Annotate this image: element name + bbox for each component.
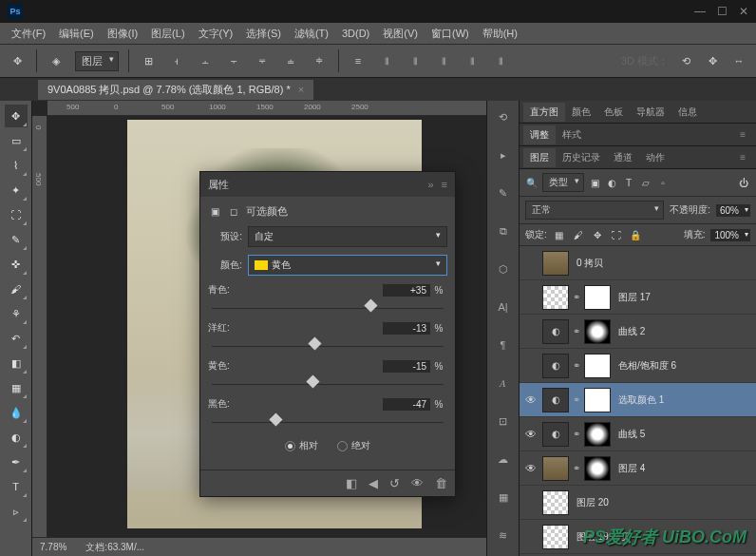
search-icon[interactable]: 🔍 (525, 176, 539, 189)
marquee-tool[interactable]: ▭ (5, 129, 28, 152)
layer-thumb[interactable]: ◐ (542, 319, 569, 344)
previous-icon[interactable]: ◀ (369, 476, 378, 490)
transform-controls-icon[interactable]: ⊞ (139, 51, 158, 70)
visibility-toggle[interactable]: 👁 (523, 393, 539, 407)
menu-file[interactable]: 文件(F) (6, 25, 51, 43)
history-panel-icon[interactable]: ⟲ (493, 106, 514, 127)
tab-navigator[interactable]: 导航器 (630, 103, 671, 122)
distribute-icon[interactable]: ⦀ (406, 51, 425, 70)
tab-history[interactable]: 历史记录 (556, 148, 607, 167)
brush-tool[interactable]: 🖌 (5, 278, 28, 300)
menu-image[interactable]: 图像(I) (102, 25, 143, 43)
tab-histogram[interactable]: 直方图 (523, 103, 565, 122)
layer-row[interactable]: 0 拷贝 (520, 246, 756, 280)
link-icon[interactable]: ⚭ (573, 463, 580, 473)
auto-select-dropdown[interactable]: 图层 (75, 51, 119, 71)
magic-wand-tool[interactable]: ✦ (5, 179, 28, 201)
layer-thumb[interactable] (584, 319, 611, 344)
document-tab[interactable]: 9V0A0885 拷贝.psd @ 7.78% (选取颜色 1, RGB/8) … (38, 80, 313, 100)
delete-icon[interactable]: 🗑 (435, 476, 447, 490)
properties-panel[interactable]: 属性 » ≡ ▣ ◻ 可选颜色 预设: 自定 颜色: 黄色 青色:+35%洋红:… (199, 171, 456, 497)
layer-name[interactable]: 选取颜色 1 (618, 393, 664, 407)
filter-smart-icon[interactable]: ▫ (656, 176, 670, 189)
link-icon[interactable]: ⚭ (573, 292, 580, 302)
crop-tool[interactable]: ⛶ (5, 203, 28, 226)
close-tab-icon[interactable]: × (298, 84, 304, 95)
layer-thumb[interactable]: ◐ (542, 388, 569, 412)
zoom-level[interactable]: 7.78% (40, 542, 66, 552)
blur-tool[interactable]: 💧 (5, 401, 28, 424)
collapse-icon[interactable]: » (427, 179, 433, 190)
tab-styles[interactable]: 样式 (556, 125, 588, 144)
align-center-h-icon[interactable]: ⫠ (196, 51, 215, 70)
layer-row[interactable]: ◐⚭色相/饱和度 6 (520, 349, 756, 383)
layer-row[interactable]: 👁◐⚭曲线 5 (520, 417, 756, 451)
filter-image-icon[interactable]: ▣ (588, 176, 601, 189)
tab-adjustments[interactable]: 调整 (523, 125, 556, 144)
link-icon[interactable]: ⚭ (573, 326, 580, 336)
tab-layers[interactable]: 图层 (523, 148, 556, 167)
close-button[interactable]: ✕ (739, 5, 748, 18)
opacity-input[interactable]: 60% (716, 204, 750, 217)
path-select-tool[interactable]: ▹ (5, 500, 28, 523)
distribute-icon[interactable]: ⦀ (491, 51, 510, 70)
slider-thumb[interactable] (364, 298, 377, 312)
menu-view[interactable]: 视图(V) (377, 25, 424, 43)
filter-shape-icon[interactable]: ▱ (639, 176, 652, 189)
layer-thumb[interactable] (584, 388, 611, 412)
tab-color[interactable]: 颜色 (565, 103, 597, 122)
menu-3d[interactable]: 3D(D) (336, 26, 375, 41)
tab-swatches[interactable]: 色板 (597, 103, 630, 122)
panel-menu-icon[interactable]: ≡ (733, 126, 752, 143)
layer-thumb[interactable]: ◐ (542, 354, 569, 378)
type-tool[interactable]: T (5, 475, 28, 498)
slider-thumb[interactable] (309, 336, 322, 350)
layer-thumb[interactable]: ◐ (542, 422, 569, 447)
tab-actions[interactable]: 动作 (639, 148, 671, 167)
link-icon[interactable]: ⚭ (573, 394, 580, 405)
distribute-icon[interactable]: ⦀ (434, 51, 453, 70)
properties-header[interactable]: 属性 » ≡ (200, 172, 455, 197)
slider-track[interactable] (212, 414, 444, 430)
visibility-toggle[interactable]: 👁 (523, 462, 539, 475)
lock-position-icon[interactable]: ✥ (591, 228, 604, 241)
ruler-vertical[interactable]: 0 500 (32, 116, 47, 556)
fill-input[interactable]: 100% (710, 229, 750, 241)
dodge-tool[interactable]: ◐ (5, 426, 28, 449)
layer-row[interactable]: ◐⚭曲线 2 (520, 315, 756, 349)
clone-panel-icon[interactable]: ⧉ (493, 220, 514, 241)
align-bottom-icon[interactable]: ⫩ (310, 51, 329, 70)
move-tool[interactable]: ✥ (5, 105, 28, 127)
filter-type-icon[interactable]: T (622, 176, 635, 189)
layer-name[interactable]: 曲线 2 (618, 325, 645, 338)
layer-row[interactable]: 图层 20 (520, 486, 756, 520)
gradient-tool[interactable]: ▦ (5, 376, 28, 399)
slider-value[interactable]: +35 (383, 284, 430, 297)
auto-select-icon[interactable]: ◈ (47, 51, 66, 70)
navigator-panel-icon[interactable]: ⊡ (493, 411, 514, 431)
align-top-icon[interactable]: ⫧ (253, 51, 272, 70)
reset-icon[interactable]: ↺ (389, 476, 400, 490)
align-right-icon[interactable]: ⫟ (224, 51, 243, 70)
3d-panel-icon[interactable]: ⬡ (493, 259, 514, 279)
layer-thumb[interactable] (584, 422, 611, 447)
tab-channels[interactable]: 通道 (607, 148, 639, 167)
link-icon[interactable]: ⚭ (573, 429, 580, 439)
slider-track[interactable] (212, 300, 444, 316)
layer-thumb[interactable] (542, 490, 569, 515)
brushes-panel-icon[interactable]: ≋ (493, 525, 514, 546)
visibility-toggle[interactable]: 👁 (523, 428, 539, 441)
layer-row[interactable]: 👁◐⚭选取颜色 1 (520, 383, 756, 417)
tab-info[interactable]: 信息 (671, 103, 704, 122)
pen-tool[interactable]: ✒ (5, 451, 28, 473)
distribute-icon[interactable]: ⦀ (463, 51, 482, 70)
lasso-tool[interactable]: ⌇ (5, 154, 28, 177)
lock-paint-icon[interactable]: 🖌 (572, 228, 585, 241)
filter-adjust-icon[interactable]: ◐ (605, 176, 618, 189)
layer-thumb[interactable] (584, 354, 611, 378)
slider-track[interactable] (212, 376, 444, 392)
panel-menu-icon[interactable]: ≡ (442, 179, 447, 190)
eyedropper-tool[interactable]: ✎ (5, 228, 28, 251)
layer-thumb[interactable] (542, 456, 569, 481)
distribute-icon[interactable]: ⦀ (377, 51, 396, 70)
